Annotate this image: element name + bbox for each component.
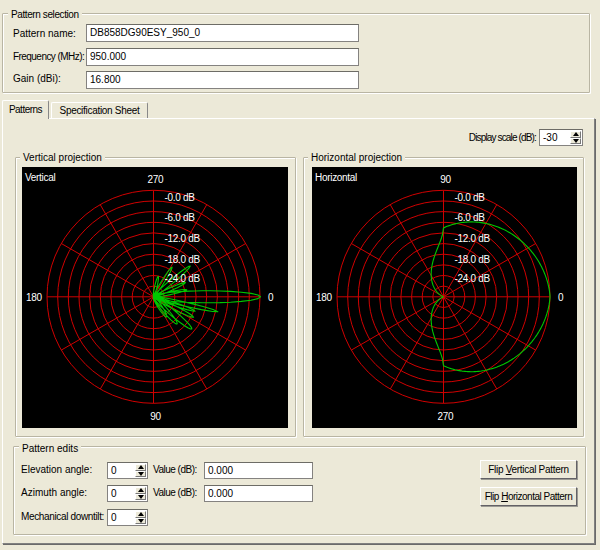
svg-text:-24.0 dB: -24.0 dB: [165, 273, 201, 284]
svg-text:270: 270: [438, 411, 455, 422]
svg-text:-0.0 dB: -0.0 dB: [165, 192, 196, 203]
svg-text:90: 90: [150, 411, 161, 422]
svg-text:-18.0 dB: -18.0 dB: [165, 254, 201, 265]
svg-text:180: 180: [26, 292, 43, 303]
svg-text:0: 0: [268, 292, 274, 303]
svg-text:Vertical: Vertical: [25, 172, 55, 183]
svg-text:-12.0 dB: -12.0 dB: [455, 233, 491, 244]
svg-text:-24.0 dB: -24.0 dB: [455, 273, 491, 284]
svg-text:-12.0 dB: -12.0 dB: [165, 233, 201, 244]
svg-text:270: 270: [148, 174, 165, 185]
svg-text:-18.0 dB: -18.0 dB: [455, 254, 491, 265]
svg-text:-0.0 dB: -0.0 dB: [455, 192, 486, 203]
svg-text:180: 180: [316, 292, 333, 303]
svg-text:-6.0 dB: -6.0 dB: [455, 212, 486, 223]
svg-text:Horizontal: Horizontal: [315, 172, 357, 183]
svg-text:-6.0 dB: -6.0 dB: [165, 212, 196, 223]
svg-text:90: 90: [440, 174, 451, 185]
svg-text:0: 0: [558, 292, 564, 303]
